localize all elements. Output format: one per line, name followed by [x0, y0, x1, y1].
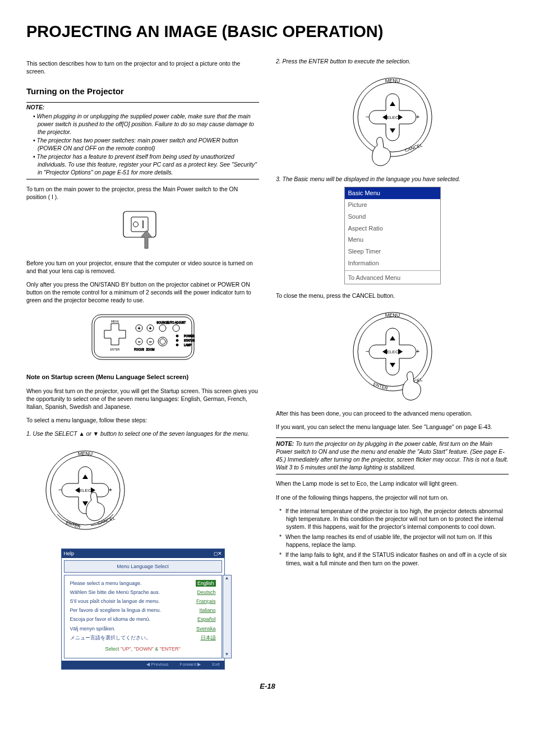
svg-text:−: − [149, 340, 151, 344]
svg-text:AUTO ADJUST: AUTO ADJUST [166, 321, 185, 324]
figure-dpad-select: SELECT MENU − + ENTER CANCEL [26, 445, 259, 541]
svg-text:MENU: MENU [110, 320, 119, 323]
note-item: The projector has a feature to prevent i… [33, 153, 259, 177]
lang-option[interactable]: Deutsch [197, 589, 215, 596]
svg-rect-1 [131, 217, 148, 232]
svg-rect-0 [123, 211, 156, 237]
window-footer: Select "UP", "DOWN" & "ENTER" [70, 642, 216, 653]
lang-option[interactable]: Español [197, 616, 216, 623]
menu-item[interactable]: Menu [345, 234, 440, 246]
heading-turning-on: Turning on the Projector [26, 86, 259, 97]
note-item: The projector has two power switches: ma… [33, 137, 259, 153]
language-select-window: Help ◻✕ Menu Language Select Please sele… [61, 548, 225, 670]
svg-text:−: − [365, 348, 368, 354]
svg-point-29 [176, 344, 178, 346]
menu-item[interactable]: Picture [345, 199, 440, 211]
lang-option[interactable]: Italiano [199, 607, 215, 614]
svg-text:ZOOM: ZOOM [146, 348, 154, 351]
step-3: 3. The Basic menu will be displayed in t… [276, 176, 509, 183]
lang-prompt: S'il vous plaît choisir la langue de men… [70, 598, 160, 605]
svg-point-27 [176, 339, 178, 342]
list-item: If the lamp fails to light, and if the S… [276, 551, 509, 567]
svg-point-25 [176, 335, 178, 337]
note-box: NOTE: When plugging in or unplugging the… [26, 102, 259, 179]
note-autostart: NOTE: To turn the projector on by pluggi… [276, 437, 509, 474]
paragraph: Before you turn on your projector, ensur… [26, 260, 259, 275]
svg-text:ENTER: ENTER [110, 348, 119, 351]
svg-text:−: − [137, 340, 140, 344]
label-menu: MENU [78, 451, 93, 457]
list-item: If the internal temperature of the proje… [276, 508, 509, 531]
menu-title: Basic Menu [345, 187, 440, 199]
lang-prompt: Välj menyn språken. [70, 625, 116, 632]
intro-text: This section describes how to turn on th… [26, 60, 259, 76]
figure-dpad-enter: SELECT MENU − + ENTER CANCEL [276, 72, 509, 168]
minus-icon: − [58, 486, 62, 493]
lang-prompt: Wählen Sie bitte die Menü Sprache aus. [70, 589, 160, 596]
step-2: 2. Press the ENTER button to execute the… [276, 58, 509, 66]
figure-control-panel: MENU ENTER + − FOCUS + − ZOOM SOURCE AUT… [26, 311, 259, 365]
paragraph: After this has been done, you can procee… [276, 410, 509, 418]
right-column: 2. Press the ENTER button to execute the… [276, 54, 509, 670]
svg-text:STATUS: STATUS [184, 339, 195, 342]
label-select: SELECT [76, 488, 94, 493]
svg-point-21 [160, 339, 165, 344]
svg-text:POWER: POWER [184, 334, 195, 338]
lang-option[interactable]: 日本語 [201, 634, 216, 641]
svg-text:MENU: MENU [385, 312, 400, 318]
svg-text:+: + [416, 113, 419, 120]
paragraph: To turn on the main power to the project… [26, 186, 259, 201]
page-number: E-18 [26, 682, 509, 690]
heading-startup: Note on Startup screen (Menu Language Se… [26, 373, 259, 381]
figure-dpad-cancel: SELECT MENU − + ENTER CANCEL [276, 307, 509, 402]
nav-exit[interactable]: Exit [212, 662, 219, 668]
label-enter: ENTER [65, 520, 81, 529]
svg-text:+: + [137, 326, 140, 330]
svg-text:+: + [149, 326, 151, 330]
svg-text:ENTER: ENTER [372, 381, 389, 391]
paragraph: If one of the following things happens, … [276, 494, 509, 502]
paragraph: If you want, you can select the menu lan… [276, 423, 509, 431]
window-header: Menu Language Select [64, 560, 222, 573]
svg-marker-4 [141, 231, 152, 248]
scrollbar[interactable]: ▲▼ [223, 575, 232, 658]
step-1: 1. Use the SELECT ▲ or ▼ button to selec… [26, 430, 259, 438]
lang-option[interactable]: Français [196, 598, 216, 605]
basic-menu: Basic Menu Picture Sound Aspect Ratio Me… [344, 187, 441, 284]
paragraph: To select a menu language, follow these … [26, 417, 259, 425]
svg-point-19 [159, 325, 166, 331]
window-title: Help [64, 550, 75, 557]
nav-forward[interactable]: Forward ▶ [180, 662, 201, 668]
paragraph: When the Lamp mode is set to Eco, the La… [276, 480, 509, 488]
troubleshoot-list: If the internal temperature of the proje… [276, 508, 509, 567]
menu-item[interactable]: Aspect Ratio [345, 223, 440, 234]
paragraph: When you first turn on the projector, yo… [26, 388, 259, 411]
lang-prompt: Escoja por favor el idioma de menú. [70, 616, 151, 623]
menu-item[interactable]: Information [345, 257, 440, 269]
svg-point-2 [133, 222, 138, 227]
svg-point-23 [173, 325, 179, 331]
note-item: When plugging in or unplugging the suppl… [33, 113, 259, 136]
lang-prompt: Please select a menu language. [70, 580, 142, 587]
lang-prompt: メニュー言語を選択してください。 [70, 634, 151, 641]
list-item: When the lamp reaches its end of usable … [276, 533, 509, 549]
svg-point-20 [158, 337, 167, 346]
plus-icon: + [109, 486, 112, 493]
lang-option[interactable]: English [196, 580, 216, 587]
menu-item[interactable]: Sound [345, 211, 440, 223]
svg-text:LAMP: LAMP [184, 343, 192, 347]
nav-previous[interactable]: ◀ Previous [146, 662, 168, 668]
menu-item[interactable]: Sleep Timer [345, 246, 440, 257]
svg-text:SELECT: SELECT [384, 115, 401, 120]
window-controls-icon: ◻✕ [214, 550, 222, 557]
menu-item[interactable]: To Advanced Menu [345, 272, 440, 284]
svg-text:MENU: MENU [385, 78, 400, 84]
svg-text:FOCUS: FOCUS [134, 348, 144, 351]
note-label: NOTE: [26, 104, 259, 112]
page-title: PROJECTING AN IMAGE (BASIC OPERATION) [26, 22, 509, 41]
lang-option[interactable]: Svenska [196, 625, 216, 632]
left-column: This section describes how to turn on th… [26, 54, 259, 670]
svg-text:+: + [416, 348, 419, 354]
svg-text:SELECT: SELECT [384, 349, 401, 354]
paragraph: Only after you press the ON/STAND BY but… [26, 281, 259, 305]
